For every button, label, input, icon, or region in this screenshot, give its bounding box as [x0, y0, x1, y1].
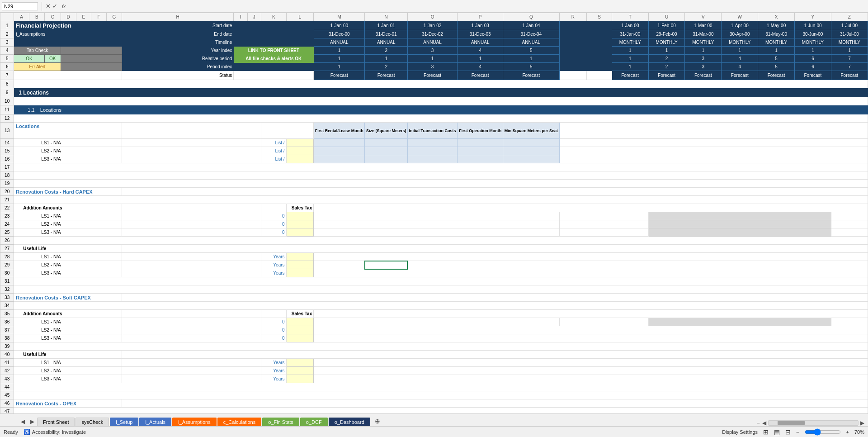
col-header-K[interactable]: K [261, 13, 287, 21]
col-header-X[interactable]: X [758, 13, 795, 21]
cell-P7-forecast[interactable]: Forecast [458, 71, 503, 80]
cell-N29-selected[interactable] [365, 261, 408, 269]
col-header-D[interactable]: D [61, 13, 76, 21]
cell-N7-forecast[interactable]: Forecast [365, 71, 408, 80]
cell-X6[interactable]: 5 [758, 63, 795, 71]
cell-P2[interactable]: 31-Dec-03 [458, 30, 503, 38]
cell-T4[interactable]: 1 [612, 47, 648, 55]
cell-M15[interactable] [314, 147, 365, 155]
cell-L37-input[interactable] [286, 326, 314, 334]
cell-W1[interactable]: 1-Apr-00 [722, 21, 758, 30]
col-header-Y[interactable]: Y [795, 13, 831, 21]
cell-O3[interactable]: ANNUAL [407, 38, 457, 47]
cell-X4[interactable]: 1 [758, 47, 795, 55]
col-header-H[interactable]: H [122, 13, 234, 21]
cell-O7-forecast[interactable]: Forecast [407, 71, 457, 80]
accessibility-status[interactable]: ♿ Accessibility: Investigate [24, 429, 86, 435]
cell-N4[interactable]: 2 [365, 47, 408, 55]
cell-T6[interactable]: 1 [612, 63, 648, 71]
cell-Q2[interactable]: 31-Dec-04 [503, 30, 559, 38]
cell-Q6[interactable]: 5 [503, 63, 559, 71]
col-header-J[interactable]: J [247, 13, 261, 21]
cell-U2[interactable]: 29-Feb-00 [648, 30, 685, 38]
cell-X1[interactable]: 1-May-00 [758, 21, 795, 30]
cell-U6[interactable]: 2 [648, 63, 685, 71]
cell-L23-input[interactable] [286, 212, 314, 220]
cell-O4[interactable]: 3 [407, 47, 457, 55]
col-header-O[interactable]: O [407, 13, 457, 21]
cell-U7-forecast[interactable]: Forecast [648, 71, 685, 80]
cell-V3[interactable]: MONTHLY [685, 38, 722, 47]
cell-Z2[interactable]: 31-Jul-00 [831, 30, 868, 38]
cell-reference-box[interactable] [2, 2, 38, 10]
cell-V7-forecast[interactable]: Forecast [685, 71, 722, 80]
cell-Y6[interactable]: 6 [795, 63, 831, 71]
cell-L15-input[interactable] [286, 147, 314, 155]
col-header-P[interactable]: P [458, 13, 503, 21]
cell-L43-input[interactable] [286, 375, 314, 383]
cell-P3[interactable]: ANNUAL [458, 38, 503, 47]
cell-M29[interactable] [314, 261, 365, 269]
cell-L28-input[interactable] [286, 253, 314, 261]
cell-K14-list[interactable]: List / [261, 139, 287, 147]
add-sheet-button[interactable]: ⊕ [371, 416, 384, 426]
cell-U4[interactable]: 1 [648, 47, 685, 55]
cell-Y1[interactable]: 1-Jun-00 [795, 21, 831, 30]
cell-M1[interactable]: 1-Jan-00 [314, 21, 365, 30]
cell-Y4[interactable]: 1 [795, 47, 831, 55]
cell-T1[interactable]: 1-Jan-00 [612, 21, 648, 30]
horizontal-scrollbar-track[interactable] [768, 420, 859, 426]
cell-Y7-forecast[interactable]: Forecast [795, 71, 831, 80]
cell-X5[interactable]: 5 [758, 55, 795, 63]
cell-O2[interactable]: 31-Dec-02 [407, 30, 457, 38]
confirm-icon[interactable]: ✓ [52, 3, 57, 10]
col-header-W[interactable]: W [722, 13, 758, 21]
cell-L25-input[interactable] [286, 228, 314, 237]
cell-Z5[interactable]: 7 [831, 55, 868, 63]
col-header-N[interactable]: N [365, 13, 408, 21]
cell-M4[interactable]: 1 [314, 47, 365, 55]
cell-M3[interactable]: ANNUAL [314, 38, 365, 47]
cell-X2[interactable]: 31-May-00 [758, 30, 795, 38]
cell-Z7-forecast[interactable]: Forecast [831, 71, 868, 80]
zoom-in-icon[interactable]: + [846, 429, 849, 435]
cell-T3[interactable]: MONTHLY [612, 38, 648, 47]
cell-P6[interactable]: 4 [458, 63, 503, 71]
all-checks-button[interactable]: All file checks & alerts OK [234, 55, 314, 63]
col-header-Q[interactable]: Q [503, 13, 559, 21]
cell-P15[interactable] [458, 147, 503, 155]
cell-V4[interactable]: 1 [685, 47, 722, 55]
cell-L30-input[interactable] [286, 269, 314, 277]
cell-Z3[interactable]: MONTHLY [831, 38, 868, 47]
cell-P5[interactable]: 1 [458, 55, 503, 63]
display-settings-button[interactable]: Display Settings [722, 429, 758, 435]
cell-M7-forecast[interactable]: Forecast [314, 71, 365, 80]
cell-L38-input[interactable] [286, 334, 314, 342]
zoom-slider[interactable] [805, 428, 841, 436]
cell-W2[interactable]: 30-Apr-00 [722, 30, 758, 38]
cell-N3[interactable]: ANNUAL [365, 38, 408, 47]
view-page-layout-icon[interactable]: ▤ [774, 428, 780, 436]
cancel-icon[interactable]: ✕ [46, 3, 51, 10]
cell-Z6[interactable]: 7 [831, 63, 868, 71]
tab-o-fin-stats[interactable]: o_Fin Stats [262, 418, 299, 426]
cell-W5[interactable]: 4 [722, 55, 758, 63]
cell-Q7-forecast[interactable]: Forecast [503, 71, 559, 80]
view-normal-icon[interactable]: ⊞ [763, 428, 769, 436]
cell-T2[interactable]: 31-Jan-00 [612, 30, 648, 38]
cell-M6[interactable]: 1 [314, 63, 365, 71]
cell-P14[interactable] [458, 139, 503, 147]
tab-c-calculations[interactable]: c_Calculations [217, 418, 262, 426]
cell-V6[interactable]: 3 [685, 63, 722, 71]
col-header-M[interactable]: M [314, 13, 365, 21]
cell-W7-forecast[interactable]: Forecast [722, 71, 758, 80]
cell-P4[interactable]: 4 [458, 47, 503, 55]
tab-o-dashboard[interactable]: o_Dashboard [329, 418, 370, 426]
cell-M16[interactable] [314, 155, 365, 163]
cell-U5[interactable]: 2 [648, 55, 685, 63]
cell-Q16[interactable] [503, 155, 559, 163]
cell-A1[interactable]: Financial Projection [14, 21, 122, 30]
cell-N2[interactable]: 31-Dec-01 [365, 30, 408, 38]
col-header-A[interactable]: A [14, 13, 29, 21]
cell-L16-input[interactable] [286, 155, 314, 163]
